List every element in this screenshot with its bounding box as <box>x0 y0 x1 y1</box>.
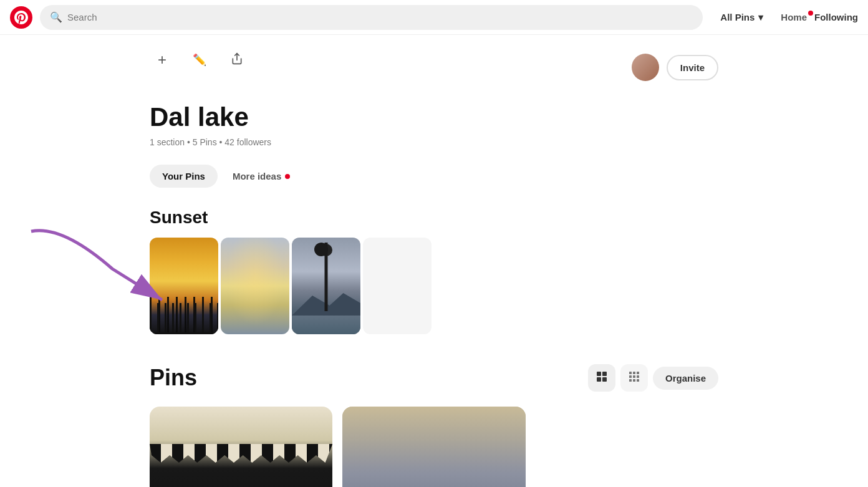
add-icon: + <box>158 51 166 69</box>
svg-rect-8 <box>637 372 639 374</box>
organise-button[interactable]: Organise <box>653 367 718 390</box>
pinterest-icon <box>14 11 28 24</box>
view-large-button[interactable] <box>588 364 615 392</box>
avatar <box>632 54 659 81</box>
following-nav-item[interactable]: Following <box>814 12 858 22</box>
more-ideas-dot <box>285 174 290 179</box>
home-label: Home <box>781 12 807 22</box>
more-ideas-label: More ideas <box>233 171 281 181</box>
tab-more-ideas[interactable]: More ideas <box>220 165 302 188</box>
svg-rect-12 <box>629 379 632 382</box>
section-images <box>150 238 718 334</box>
edit-icon: ✏️ <box>193 53 206 67</box>
section-title: Sunset <box>150 208 718 228</box>
following-label: Following <box>814 12 858 22</box>
pins-grid <box>150 407 718 487</box>
svg-rect-4 <box>597 377 601 382</box>
search-bar[interactable]: 🔍 <box>40 5 703 30</box>
svg-rect-10 <box>633 375 635 378</box>
home-notification-dot <box>808 11 813 16</box>
search-icon: 🔍 <box>50 11 62 23</box>
sunset-section: Sunset <box>150 208 718 334</box>
svg-rect-7 <box>633 372 635 374</box>
sunset-image-2[interactable] <box>221 238 289 334</box>
svg-rect-2 <box>597 372 601 376</box>
svg-rect-3 <box>602 372 607 376</box>
svg-rect-5 <box>602 377 607 382</box>
pin-card-1[interactable] <box>150 407 332 487</box>
board-title: Dal lake <box>150 102 718 132</box>
home-nav-item[interactable]: Home <box>781 12 807 22</box>
chevron-down-icon: ▾ <box>758 12 763 23</box>
svg-rect-6 <box>629 372 632 374</box>
board-meta: 1 section • 5 Pins • 42 followers <box>150 137 718 147</box>
tabs: Your Pins More ideas <box>150 165 718 188</box>
search-input[interactable] <box>67 12 693 22</box>
svg-rect-13 <box>633 379 635 382</box>
sunset-image-3[interactable] <box>292 238 360 334</box>
main-content: + ✏️ Invite <box>135 35 733 487</box>
edit-button[interactable]: ✏️ <box>187 47 212 72</box>
svg-rect-9 <box>629 375 632 378</box>
grid-small-icon <box>629 371 640 385</box>
avatar-image <box>632 54 659 81</box>
grid-large-icon <box>596 371 607 385</box>
pins-section-header: Pins <box>150 364 718 392</box>
pins-section: Pins <box>150 364 718 487</box>
board-header-right: Invite <box>632 54 718 81</box>
navbar: 🔍 All Pins ▾ Home Following <box>0 0 868 35</box>
pin-card-2[interactable] <box>342 407 525 487</box>
board-actions: + ✏️ <box>150 47 249 72</box>
share-icon <box>231 52 243 68</box>
add-button[interactable]: + <box>150 47 175 72</box>
your-pins-label: Your Pins <box>162 171 205 181</box>
all-pins-button[interactable]: All Pins ▾ <box>710 7 773 28</box>
all-pins-label: All Pins <box>720 12 755 22</box>
pins-controls: Organise <box>588 364 718 392</box>
organise-label: Organise <box>665 373 706 383</box>
tab-your-pins[interactable]: Your Pins <box>150 165 218 188</box>
pins-title: Pins <box>150 365 197 391</box>
svg-rect-14 <box>637 379 639 382</box>
svg-rect-11 <box>637 375 639 378</box>
section-image-empty[interactable] <box>363 238 432 334</box>
invite-button[interactable]: Invite <box>667 55 718 80</box>
view-small-button[interactable] <box>620 364 648 392</box>
sunset-image-1[interactable] <box>150 238 218 334</box>
share-button[interactable] <box>224 47 249 72</box>
invite-label: Invite <box>680 62 705 73</box>
pinterest-logo[interactable] <box>10 6 32 29</box>
